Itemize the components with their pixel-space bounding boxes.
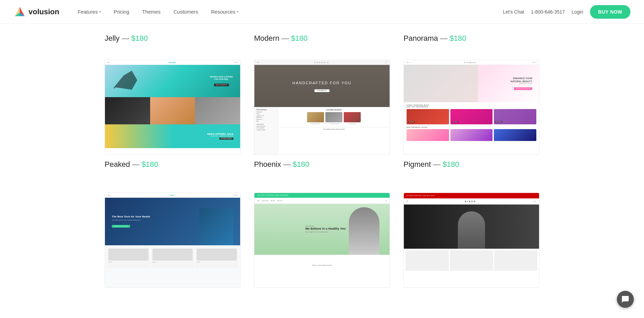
- prosper-hero: PROSPER We Believe in a Healthy You Natu…: [254, 204, 390, 255]
- main-content: Jelly — $180 Modern — $180 Panorama — $1…: [84, 24, 560, 308]
- theme-title-jelly: Jelly — $180: [105, 34, 240, 43]
- peaked-top-bar: MenuPEAKEDCart(0): [105, 60, 240, 65]
- theme-preview-rider[interactable]: GET DELIVERY WITHIN 2 DAYS · English · A…: [404, 193, 539, 288]
- logo-link[interactable]: volusion: [14, 6, 59, 18]
- features-chevron-icon: ▾: [99, 10, 101, 14]
- pigment-label: Pigment — $180: [404, 160, 539, 169]
- theme-grid-row1: MenuPEAKEDCart(0) THE BEST GEAR & APPARE…: [105, 60, 539, 176]
- phoenix-sidebar: Shop by Category NECKLACES RINGS JEWELRY…: [254, 107, 278, 155]
- lets-chat-link[interactable]: Let's Chat: [503, 9, 524, 15]
- theme-grid-row2: Menu PIXL Cart(0) The Best Tech for Your…: [105, 193, 539, 288]
- buy-now-button[interactable]: BUY NOW: [590, 5, 630, 19]
- theme-preview-prosper[interactable]: FREE SHIPPING · RETURNS ON ALL ORDERS · …: [254, 193, 390, 288]
- peaked-bottom: MEN'S APPAREL SALE FROM ONLY · LAYER UP …: [105, 124, 240, 148]
- pigment-cat-red: BUY NOW: [407, 109, 449, 124]
- pigment-hero: ENHANCE YOURNATURAL BEAUTY Discover prem…: [404, 65, 539, 102]
- top-titles-row: Jelly — $180 Modern — $180 Panorama — $1…: [105, 34, 539, 50]
- theme-card-phoenix: 🔍 PHOENIX 🛒 HANDCRAFTED FOR YOU SHOP BRA…: [254, 60, 390, 176]
- resources-chevron-icon: ▾: [237, 10, 238, 14]
- prosper-promo: Shop our natural health products: [254, 255, 390, 275]
- pixl-products: Product 1 Product 2 Product 3: [105, 245, 240, 270]
- phoenix-hero: HANDCRAFTED FOR YOU SHOP BRACELETS: [254, 65, 390, 107]
- login-link[interactable]: Login: [572, 9, 583, 15]
- nav-resources[interactable]: Resources ▾: [206, 6, 243, 17]
- theme-card-jelly: Jelly — $180: [105, 34, 240, 50]
- phoenix-sidebar-content: Shop by Category NECKLACES RINGS JEWELRY…: [254, 107, 390, 155]
- theme-card-panorama: Panorama — $180: [404, 34, 539, 50]
- theme-preview-pixl[interactable]: Menu PIXL Cart(0) The Best Tech for Your…: [105, 193, 240, 288]
- theme-card-modern: Modern — $180: [254, 34, 390, 50]
- theme-preview-pigment[interactable]: Menu PIGMENT Cart(1.1) ENHANCE YOURNATUR…: [404, 60, 539, 155]
- logo-icon: [14, 6, 26, 18]
- chat-button[interactable]: [617, 291, 634, 308]
- chat-icon: [621, 295, 629, 303]
- peaked-label: Peaked — $180: [105, 160, 240, 169]
- theme-preview-peaked[interactable]: MenuPEAKEDCart(0) THE BEST GEAR & APPARE…: [105, 60, 240, 155]
- pixl-top-bar: Menu PIXL Cart(0): [105, 193, 240, 198]
- prosper-top-bar: FREE SHIPPING · RETURNS ON ALL ORDERS · …: [254, 193, 390, 198]
- theme-card-peaked: MenuPEAKEDCart(0) THE BEST GEAR & APPARE…: [105, 60, 240, 176]
- theme-card-pigment: Menu PIGMENT Cart(1.1) ENHANCE YOURNATUR…: [404, 60, 539, 176]
- rider-hero: [404, 205, 539, 249]
- phoenix-top-bar: 🔍 PHOENIX 🛒: [254, 60, 390, 65]
- peaked-grid: [105, 97, 240, 124]
- theme-title-panorama: Panorama — $180: [404, 34, 539, 43]
- rider-top-bar: GET DELIVERY WITHIN 2 DAYS · English · A…: [404, 193, 539, 198]
- pigment-fav-2: [450, 129, 493, 141]
- nav-right: Let's Chat 1-800-646-3517 Login BUY NOW: [503, 5, 630, 19]
- pigment-fav-3: [494, 129, 536, 141]
- theme-preview-phoenix[interactable]: 🔍 PHOENIX 🛒 HANDCRAFTED FOR YOU SHOP BRA…: [254, 60, 390, 155]
- header: volusion Features ▾ Pricing Themes Custo…: [0, 0, 644, 24]
- pigment-top-bar: Menu PIGMENT Cart(1.1): [404, 60, 539, 65]
- pigment-cat-purple: BUY NOW: [494, 109, 536, 124]
- theme-card-pixl: Menu PIXL Cart(0) The Best Tech for Your…: [105, 193, 240, 288]
- pigment-cat-pink: BUY NOW: [450, 109, 493, 124]
- phoenix-label: Phoenix — $180: [254, 160, 390, 169]
- nav-features[interactable]: Features ▾: [73, 6, 105, 17]
- theme-title-modern: Modern — $180: [254, 34, 390, 43]
- logo-text: volusion: [29, 7, 59, 16]
- theme-card-rider: GET DELIVERY WITHIN 2 DAYS · English · A…: [404, 193, 539, 288]
- rider-nav: ☰ RIDER 🔍 🛒: [404, 198, 539, 205]
- peaked-hero: THE BEST GEAR & APPARELFOR YOUR RIDE. SH…: [105, 65, 240, 97]
- pigment-fav-1: [407, 129, 449, 141]
- pigment-categories: START SHOPPING WITHOUR TOP CATEGORIES BU…: [404, 102, 539, 143]
- main-nav: Features ▾ Pricing Themes Customers Reso…: [73, 6, 503, 17]
- pixl-hero: The Best Tech for Your Needs Lorem ipsum…: [105, 198, 240, 245]
- nav-pricing[interactable]: Pricing: [109, 6, 134, 17]
- phoenix-main-area: CUSTOMER FAVORITES Braided Beaded Neckla…: [278, 107, 390, 155]
- rider-products: [404, 249, 539, 272]
- theme-card-prosper: FREE SHIPPING · RETURNS ON ALL ORDERS · …: [254, 193, 390, 288]
- nav-customers[interactable]: Customers: [169, 6, 203, 17]
- prosper-nav: Home Shop Category About Us Sale Center …: [254, 198, 390, 204]
- phone-number: 1-800-646-3517: [531, 9, 565, 15]
- nav-themes[interactable]: Themes: [138, 6, 165, 17]
